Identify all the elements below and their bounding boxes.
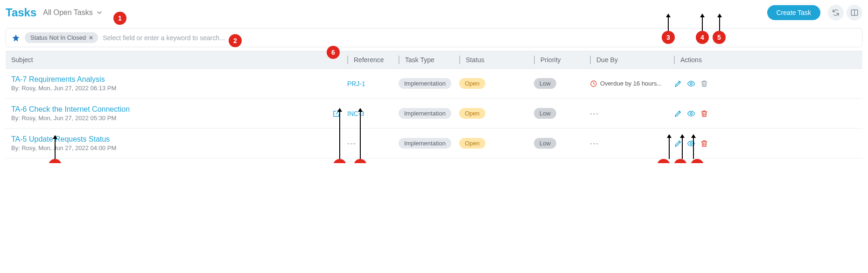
col-status[interactable]: Status [459,56,534,64]
close-icon[interactable]: ✕ [89,35,93,41]
actions-cell [674,139,730,148]
subject-cell: TA-7 Requirements AnalysisBy: Rosy, Mon,… [11,75,347,92]
reference-cell: --- [347,140,399,147]
filter-chip-status[interactable]: Status Not In Closed ✕ [25,32,98,43]
view-icon[interactable] [687,109,695,118]
view-icon[interactable] [687,139,695,148]
page-title: Tasks [6,6,36,19]
task-title-link[interactable]: TA-7 Requirements Analysis [11,75,347,84]
edit-icon[interactable] [674,139,682,148]
priority-cell: Low [534,138,590,149]
status-badge: Open [459,78,485,89]
reference-cell: PRJ-1 [347,80,399,87]
actions-cell [674,79,730,88]
edit-icon[interactable] [674,109,682,118]
status-badge: Open [459,108,485,119]
task-type-cell: Implementation [399,138,459,149]
search-bar[interactable]: Status Not In Closed ✕ [6,28,862,47]
status-cell: Open [459,108,534,119]
task-byline: By: Rosy, Mon, Jun 27, 2022 04:00 PM [11,144,347,151]
task-type-badge: Implementation [399,108,451,119]
create-task-button[interactable]: Create Task [767,5,820,20]
actions-cell [674,109,730,118]
col-task-type[interactable]: Task Type [399,56,459,64]
delete-icon[interactable] [700,79,708,88]
reference-link[interactable]: PRJ-1 [347,80,365,87]
view-icon[interactable] [687,79,695,88]
delete-icon[interactable] [700,139,708,148]
columns-button[interactable] [847,5,862,21]
search-input[interactable] [103,34,856,42]
task-type-cell: Implementation [399,108,459,119]
edit-icon[interactable] [674,79,682,88]
priority-badge: Low [534,78,556,89]
view-label: All Open Tasks [43,8,92,17]
star-icon[interactable] [12,34,20,42]
chevron-down-icon [96,9,103,16]
filter-chip-label: Status Not In Closed [30,34,86,41]
delete-icon[interactable] [700,109,708,118]
clock-icon [590,80,597,87]
subject-cell: TA-6 Check the Internet ConnectionBy: Ro… [11,105,347,122]
col-priority[interactable]: Priority [534,56,590,64]
refresh-button[interactable] [828,5,844,21]
task-type-badge: Implementation [399,78,451,89]
columns-icon [850,8,859,17]
view-picker[interactable]: All Open Tasks [43,8,103,17]
refresh-icon [832,8,840,17]
reference-link[interactable]: INC-3 [347,110,364,117]
subject-cell: TA-5 Update Requests StatusBy: Rosy, Mon… [11,135,347,151]
header-bar: Tasks All Open Tasks Create Task [6,5,862,21]
task-title-link[interactable]: TA-6 Check the Internet Connection [11,105,347,114]
table-row: TA-5 Update Requests StatusBy: Rosy, Mon… [6,129,862,158]
priority-cell: Low [534,78,590,89]
task-type-badge: Implementation [399,138,451,149]
reference-cell: INC-3 [347,110,399,117]
col-due-by[interactable]: Due By [590,56,674,64]
priority-cell: Low [534,108,590,119]
table-row: TA-6 Check the Internet ConnectionBy: Ro… [6,99,862,129]
task-title-link[interactable]: TA-5 Update Requests Status [11,135,347,144]
task-byline: By: Rosy, Mon, Jun 27, 2022 06:13 PM [11,85,347,92]
col-actions[interactable]: Actions [674,56,730,64]
table-row: TA-7 Requirements AnalysisBy: Rosy, Mon,… [6,69,862,99]
col-subject[interactable]: Subject [11,56,347,64]
status-cell: Open [459,138,534,149]
due-cell: Overdue by 16 hours... [590,80,674,87]
status-cell: Open [459,78,534,89]
status-badge: Open [459,138,485,149]
due-cell: --- [590,110,674,117]
external-link-icon[interactable] [332,109,341,118]
task-byline: By: Rosy, Mon, Jun 27, 2022 05:30 PM [11,115,347,122]
table-header: Subject Reference Task Type Status Prior… [6,51,862,69]
col-reference[interactable]: Reference [347,56,399,64]
priority-badge: Low [534,138,556,149]
priority-badge: Low [534,108,556,119]
due-cell: --- [590,140,674,147]
task-type-cell: Implementation [399,78,459,89]
